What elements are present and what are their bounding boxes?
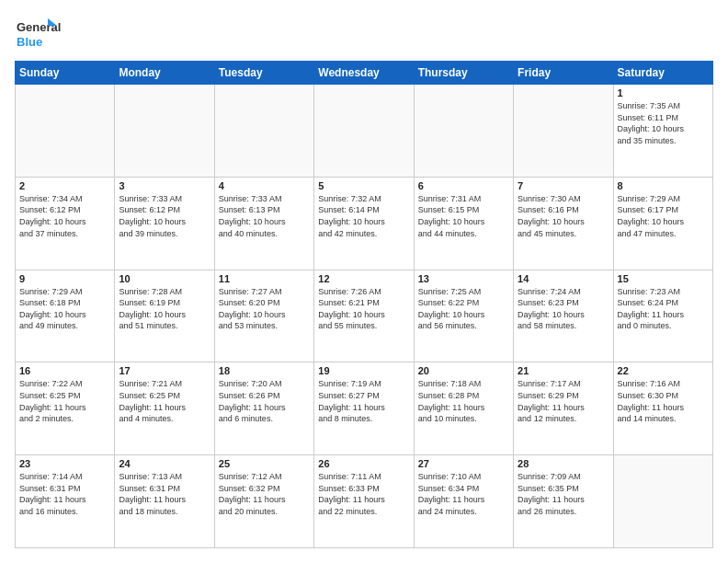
calendar-cell: 17Sunrise: 7:21 AM Sunset: 6:25 PM Dayli… [115,362,214,455]
calendar-cell: 28Sunrise: 7:09 AM Sunset: 6:35 PM Dayli… [514,455,613,548]
day-info: Sunrise: 7:33 AM Sunset: 6:12 PM Dayligh… [119,193,210,239]
svg-text:General: General [17,20,61,34]
day-info: Sunrise: 7:10 AM Sunset: 6:34 PM Dayligh… [418,471,509,517]
day-info: Sunrise: 7:09 AM Sunset: 6:35 PM Dayligh… [518,471,609,517]
day-number: 17 [119,365,210,376]
day-number: 21 [518,365,609,376]
day-info: Sunrise: 7:32 AM Sunset: 6:14 PM Dayligh… [318,193,409,239]
calendar-week-1: 2Sunrise: 7:34 AM Sunset: 6:12 PM Daylig… [16,177,713,270]
day-info: Sunrise: 7:19 AM Sunset: 6:27 PM Dayligh… [318,378,409,424]
day-info: Sunrise: 7:21 AM Sunset: 6:25 PM Dayligh… [119,378,210,424]
calendar-cell: 26Sunrise: 7:11 AM Sunset: 6:33 PM Dayli… [314,455,414,548]
day-number: 10 [119,273,210,284]
day-number: 20 [418,365,509,376]
day-number: 3 [119,180,210,191]
logo: GeneralBlue [15,15,61,52]
day-info: Sunrise: 7:18 AM Sunset: 6:28 PM Dayligh… [418,378,509,424]
day-number: 27 [418,458,509,469]
day-number: 7 [518,180,609,191]
day-number: 25 [219,458,310,469]
day-info: Sunrise: 7:25 AM Sunset: 6:22 PM Dayligh… [418,286,509,332]
calendar-cell: 10Sunrise: 7:28 AM Sunset: 6:19 PM Dayli… [115,270,214,362]
col-header-tuesday: Tuesday [214,62,313,85]
day-info: Sunrise: 7:24 AM Sunset: 6:23 PM Dayligh… [518,286,609,332]
calendar-cell [613,455,712,548]
day-number: 9 [19,273,110,284]
calendar-cell: 23Sunrise: 7:14 AM Sunset: 6:31 PM Dayli… [16,455,115,548]
day-number: 11 [219,273,310,284]
day-info: Sunrise: 7:28 AM Sunset: 6:19 PM Dayligh… [119,286,210,332]
svg-text:Blue: Blue [17,35,42,49]
calendar-header-row: SundayMondayTuesdayWednesdayThursdayFrid… [16,62,713,85]
day-number: 14 [518,273,609,284]
day-info: Sunrise: 7:22 AM Sunset: 6:25 PM Dayligh… [19,378,110,424]
calendar-cell: 5Sunrise: 7:32 AM Sunset: 6:14 PM Daylig… [314,177,414,270]
calendar-cell: 16Sunrise: 7:22 AM Sunset: 6:25 PM Dayli… [16,362,115,455]
calendar-cell [314,85,414,178]
calendar-cell: 2Sunrise: 7:34 AM Sunset: 6:12 PM Daylig… [16,177,115,270]
calendar-cell: 19Sunrise: 7:19 AM Sunset: 6:27 PM Dayli… [314,362,414,455]
calendar-cell: 21Sunrise: 7:17 AM Sunset: 6:29 PM Dayli… [514,362,613,455]
calendar-cell [115,85,214,178]
calendar-cell: 3Sunrise: 7:33 AM Sunset: 6:12 PM Daylig… [115,177,214,270]
calendar-cell: 6Sunrise: 7:31 AM Sunset: 6:15 PM Daylig… [414,177,513,270]
day-info: Sunrise: 7:29 AM Sunset: 6:17 PM Dayligh… [618,193,709,239]
calendar-week-3: 16Sunrise: 7:22 AM Sunset: 6:25 PM Dayli… [16,362,713,455]
day-number: 8 [618,180,709,191]
calendar-cell: 18Sunrise: 7:20 AM Sunset: 6:26 PM Dayli… [214,362,313,455]
calendar-week-4: 23Sunrise: 7:14 AM Sunset: 6:31 PM Dayli… [16,455,713,548]
day-number: 5 [318,180,409,191]
calendar-cell: 20Sunrise: 7:18 AM Sunset: 6:28 PM Dayli… [414,362,513,455]
calendar-cell: 1Sunrise: 7:35 AM Sunset: 6:11 PM Daylig… [613,85,712,178]
day-info: Sunrise: 7:16 AM Sunset: 6:30 PM Dayligh… [618,378,709,424]
calendar-cell: 27Sunrise: 7:10 AM Sunset: 6:34 PM Dayli… [414,455,513,548]
day-info: Sunrise: 7:26 AM Sunset: 6:21 PM Dayligh… [318,286,409,332]
day-info: Sunrise: 7:11 AM Sunset: 6:33 PM Dayligh… [318,471,409,517]
day-info: Sunrise: 7:31 AM Sunset: 6:15 PM Dayligh… [418,193,509,239]
col-header-friday: Friday [514,62,613,85]
calendar-cell: 11Sunrise: 7:27 AM Sunset: 6:20 PM Dayli… [214,270,313,362]
col-header-saturday: Saturday [613,62,712,85]
calendar-cell [414,85,513,178]
calendar-cell: 9Sunrise: 7:29 AM Sunset: 6:18 PM Daylig… [16,270,115,362]
calendar-cell: 25Sunrise: 7:12 AM Sunset: 6:32 PM Dayli… [214,455,313,548]
day-number: 1 [618,87,709,98]
logo-svg: GeneralBlue [15,15,61,52]
day-number: 13 [418,273,509,284]
day-number: 16 [19,365,110,376]
calendar-cell [16,85,115,178]
day-info: Sunrise: 7:14 AM Sunset: 6:31 PM Dayligh… [19,471,110,517]
day-info: Sunrise: 7:34 AM Sunset: 6:12 PM Dayligh… [19,193,110,239]
day-info: Sunrise: 7:35 AM Sunset: 6:11 PM Dayligh… [618,100,709,146]
header: GeneralBlue [15,15,713,52]
day-info: Sunrise: 7:17 AM Sunset: 6:29 PM Dayligh… [518,378,609,424]
day-info: Sunrise: 7:30 AM Sunset: 6:16 PM Dayligh… [518,193,609,239]
calendar-cell [514,85,613,178]
day-info: Sunrise: 7:23 AM Sunset: 6:24 PM Dayligh… [618,286,709,332]
day-number: 18 [219,365,310,376]
calendar-week-0: 1Sunrise: 7:35 AM Sunset: 6:11 PM Daylig… [16,85,713,178]
calendar-cell: 12Sunrise: 7:26 AM Sunset: 6:21 PM Dayli… [314,270,414,362]
day-number: 26 [318,458,409,469]
calendar-cell: 14Sunrise: 7:24 AM Sunset: 6:23 PM Dayli… [514,270,613,362]
day-info: Sunrise: 7:33 AM Sunset: 6:13 PM Dayligh… [219,193,310,239]
day-number: 28 [518,458,609,469]
calendar-cell: 7Sunrise: 7:30 AM Sunset: 6:16 PM Daylig… [514,177,613,270]
day-info: Sunrise: 7:27 AM Sunset: 6:20 PM Dayligh… [219,286,310,332]
day-number: 19 [318,365,409,376]
day-info: Sunrise: 7:13 AM Sunset: 6:31 PM Dayligh… [119,471,210,517]
page: GeneralBlue SundayMondayTuesdayWednesday… [0,0,728,563]
col-header-thursday: Thursday [414,62,513,85]
day-number: 22 [618,365,709,376]
day-number: 6 [418,180,509,191]
day-number: 12 [318,273,409,284]
calendar-cell: 8Sunrise: 7:29 AM Sunset: 6:17 PM Daylig… [613,177,712,270]
day-number: 15 [618,273,709,284]
day-number: 2 [19,180,110,191]
calendar-table: SundayMondayTuesdayWednesdayThursdayFrid… [15,61,713,548]
day-number: 23 [19,458,110,469]
day-info: Sunrise: 7:29 AM Sunset: 6:18 PM Dayligh… [19,286,110,332]
col-header-wednesday: Wednesday [314,62,414,85]
calendar-cell: 15Sunrise: 7:23 AM Sunset: 6:24 PM Dayli… [613,270,712,362]
calendar-cell: 4Sunrise: 7:33 AM Sunset: 6:13 PM Daylig… [214,177,313,270]
